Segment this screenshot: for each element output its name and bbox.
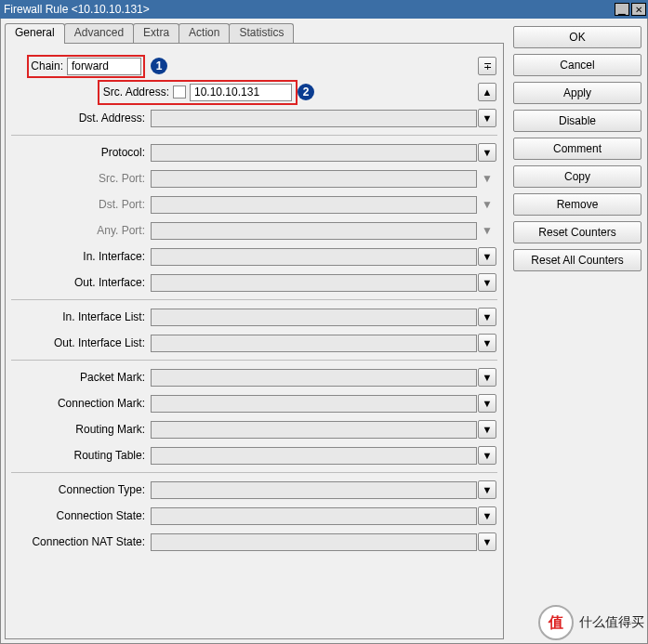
row-routing-mark: Routing Mark: ▼ [11, 416, 497, 442]
dst-address-label: Dst. Address: [11, 112, 151, 125]
row-src-port: Src. Port: ▼ [11, 165, 497, 191]
tab-strip: General Advanced Extra Action Statistics [5, 22, 504, 43]
in-interface-label: In. Interface: [11, 250, 151, 263]
tab-action[interactable]: Action [179, 23, 230, 44]
ok-button[interactable]: OK [513, 26, 641, 48]
row-out-interface-list: Out. Interface List: ▼ [11, 330, 497, 356]
connection-mark-field[interactable] [151, 395, 477, 413]
routing-table-field[interactable] [151, 447, 477, 465]
in-interface-list-field[interactable] [151, 309, 477, 326]
row-src-address: Src. Address: 10.10.10.131 2 ▲ [11, 79, 497, 105]
annotation-badge-2: 2 [298, 84, 314, 100]
connection-state-label: Connection State: [11, 509, 151, 522]
row-chain: Chain: forward 1 ∓ [11, 53, 497, 79]
close-icon[interactable]: ✕ [631, 3, 646, 16]
chain-label: Chain: forward [11, 55, 151, 78]
dst-port-field [151, 196, 477, 214]
row-dst-port: Dst. Port: ▼ [11, 191, 497, 217]
row-in-interface-list: In. Interface List: ▼ [11, 304, 497, 330]
dst-address-expand-icon[interactable]: ▼ [478, 109, 496, 127]
right-panel: OK Cancel Apply Disable Comment Copy Rem… [508, 19, 647, 643]
remove-button[interactable]: Remove [513, 193, 641, 216]
row-protocol: Protocol: ▼ [11, 139, 497, 165]
row-routing-table: Routing Table: ▼ [11, 442, 497, 468]
in-interface-list-expand-icon[interactable]: ▼ [478, 308, 496, 326]
protocol-field[interactable] [151, 144, 477, 162]
src-address-field[interactable]: 10.10.10.131 [190, 84, 292, 101]
row-connection-type: Connection Type: ▼ [11, 477, 497, 503]
content-area: General Advanced Extra Action Statistics… [0, 19, 648, 644]
src-address-label: Src. Address: [103, 85, 169, 99]
copy-button[interactable]: Copy [513, 165, 641, 188]
window-title: Firewall Rule <10.10.10.131> [4, 3, 613, 16]
src-port-expand-icon: ▼ [482, 172, 493, 185]
out-interface-label: Out. Interface: [11, 276, 151, 289]
routing-mark-label: Routing Mark: [11, 423, 151, 436]
any-port-expand-icon: ▼ [482, 224, 493, 237]
connection-type-expand-icon[interactable]: ▼ [478, 480, 496, 499]
tab-extra[interactable]: Extra [133, 23, 179, 44]
chain-field[interactable]: forward [67, 58, 141, 75]
watermark: 值 什么值得买 [538, 605, 644, 640]
src-port-field [151, 170, 477, 188]
src-port-label: Src. Port: [11, 172, 151, 185]
out-interface-list-label: Out. Interface List: [11, 336, 151, 349]
dst-port-label: Dst. Port: [11, 198, 151, 211]
row-dst-address: Dst. Address: ▼ [11, 105, 497, 131]
reset-counters-button[interactable]: Reset Counters [513, 221, 641, 243]
out-interface-list-field[interactable] [151, 335, 477, 352]
title-bar: Firewall Rule <10.10.10.131> ▁ ✕ [0, 0, 648, 19]
routing-table-label: Routing Table: [11, 449, 151, 462]
apply-button[interactable]: Apply [513, 82, 641, 104]
tab-body: Chain: forward 1 ∓ Src. Address: 10.10.1… [5, 43, 504, 639]
in-interface-expand-icon[interactable]: ▼ [478, 247, 496, 266]
connection-type-field[interactable] [151, 481, 477, 499]
packet-mark-label: Packet Mark: [11, 371, 151, 384]
row-connection-nat-state: Connection NAT State: ▼ [11, 529, 497, 555]
packet-mark-expand-icon[interactable]: ▼ [478, 368, 496, 387]
tab-general[interactable]: General [5, 23, 65, 44]
connection-mark-expand-icon[interactable]: ▼ [478, 394, 496, 413]
tab-advanced[interactable]: Advanced [64, 23, 134, 44]
any-port-field [151, 222, 477, 240]
tab-statistics[interactable]: Statistics [229, 23, 294, 44]
routing-mark-field[interactable] [151, 421, 477, 439]
row-packet-mark: Packet Mark: ▼ [11, 364, 497, 390]
routing-table-expand-icon[interactable]: ▼ [478, 446, 496, 465]
annotation-badge-1: 1 [151, 58, 167, 74]
connection-type-label: Connection Type: [11, 483, 151, 496]
watermark-logo-icon: 值 [538, 605, 574, 640]
row-connection-state: Connection State: ▼ [11, 503, 497, 529]
disable-button[interactable]: Disable [513, 110, 641, 132]
connection-mark-label: Connection Mark: [11, 397, 151, 410]
connection-nat-state-expand-icon[interactable]: ▼ [478, 532, 496, 551]
out-interface-list-expand-icon[interactable]: ▼ [478, 334, 496, 352]
row-any-port: Any. Port: ▼ [11, 217, 497, 243]
comment-button[interactable]: Comment [513, 138, 641, 160]
minimize-icon[interactable]: ▁ [615, 3, 629, 16]
packet-mark-field[interactable] [151, 369, 477, 387]
row-in-interface: In. Interface: ▼ [11, 243, 497, 269]
in-interface-list-label: In. Interface List: [11, 310, 151, 323]
out-interface-field[interactable] [151, 274, 477, 292]
row-connection-mark: Connection Mark: ▼ [11, 390, 497, 416]
connection-nat-state-label: Connection NAT State: [11, 535, 151, 548]
routing-mark-expand-icon[interactable]: ▼ [478, 420, 496, 439]
connection-state-field[interactable] [151, 507, 477, 525]
protocol-label: Protocol: [11, 146, 151, 159]
reset-all-counters-button[interactable]: Reset All Counters [513, 249, 641, 271]
any-port-label: Any. Port: [11, 224, 151, 237]
connection-state-expand-icon[interactable]: ▼ [478, 506, 496, 525]
left-panel: General Advanced Extra Action Statistics… [1, 19, 508, 643]
row-out-interface: Out. Interface: ▼ [11, 269, 497, 296]
cancel-button[interactable]: Cancel [513, 54, 641, 76]
connection-nat-state-field[interactable] [151, 533, 477, 551]
chain-dropdown-icon[interactable]: ∓ [478, 57, 496, 75]
src-address-negate-checkbox[interactable] [173, 85, 186, 99]
in-interface-field[interactable] [151, 248, 477, 266]
protocol-expand-icon[interactable]: ▼ [478, 143, 496, 162]
dst-address-field[interactable] [151, 110, 477, 127]
out-interface-expand-icon[interactable]: ▼ [478, 273, 496, 292]
dst-port-expand-icon: ▼ [482, 198, 493, 211]
src-address-collapse-icon[interactable]: ▲ [478, 83, 496, 101]
